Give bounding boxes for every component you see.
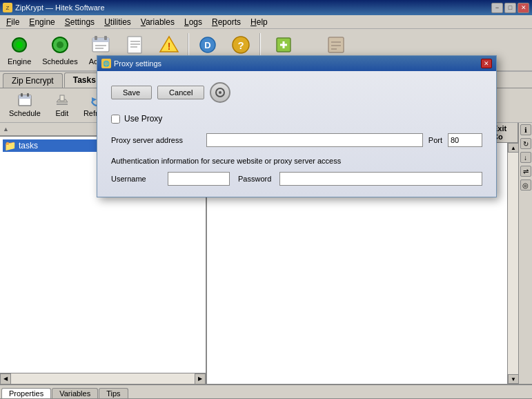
credentials-row: Username Password: [111, 172, 482, 186]
port-label: Port: [428, 136, 442, 144]
port-input[interactable]: [448, 133, 482, 147]
modal-title-icon: 🌐: [101, 59, 111, 68]
username-label: Username: [111, 175, 159, 183]
svg-point-40: [219, 91, 221, 94]
modal-action-row: Save Cancel: [111, 82, 482, 103]
proxy-address-row: Proxy server address Port: [111, 133, 482, 147]
proxy-address-label: Proxy server address: [111, 136, 201, 144]
proxy-settings-dialog: 🌐 Proxy settings ✕ Save Cancel Use: [97, 55, 497, 197]
modal-titlebar: 🌐 Proxy settings ✕: [97, 56, 496, 71]
modal-body: Save Cancel Use Proxy Proxy server addre…: [97, 71, 496, 197]
password-input[interactable]: [279, 172, 482, 186]
modal-circle-button[interactable]: [210, 82, 230, 103]
modal-overlay: 🌐 Proxy settings ✕ Save Cancel Use: [0, 0, 532, 399]
use-proxy-label[interactable]: Use Proxy: [124, 114, 162, 124]
modal-close-button[interactable]: ✕: [481, 59, 492, 68]
username-input[interactable]: [168, 172, 230, 186]
auth-description: Authentication information for secure we…: [111, 157, 482, 165]
use-proxy-checkbox[interactable]: [111, 115, 120, 124]
proxy-address-input[interactable]: [206, 133, 423, 147]
use-proxy-row: Use Proxy: [111, 114, 482, 124]
modal-save-button[interactable]: Save: [111, 86, 152, 99]
password-label: Password: [238, 175, 271, 183]
modal-cancel-button[interactable]: Cancel: [157, 86, 204, 99]
modal-title: Proxy settings: [114, 59, 161, 68]
